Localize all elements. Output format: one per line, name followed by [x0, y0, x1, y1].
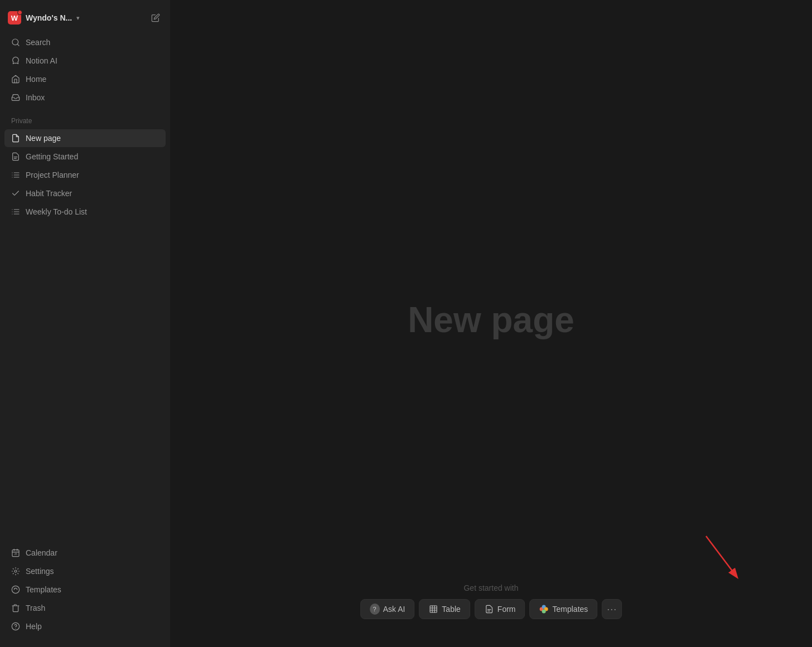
ask-ai-button[interactable]: ? Ask AI	[360, 599, 415, 619]
sidebar-item-getting-started[interactable]: Getting Started	[4, 148, 166, 166]
habit-tracker-label: Habit Tracker	[26, 189, 72, 198]
calendar-icon: 28	[10, 547, 21, 558]
table-label: Table	[442, 605, 460, 614]
get-started-label: Get started with	[463, 583, 518, 592]
templates-label: Templates	[26, 585, 61, 594]
sidebar: W Wyndo's N... ▾ Search Notion AI	[0, 0, 170, 647]
sidebar-item-notion-ai[interactable]: Notion AI	[4, 52, 166, 70]
svg-line-26	[706, 536, 737, 577]
weekly-todo-label: Weekly To-do List	[26, 207, 87, 216]
page-icon	[10, 133, 21, 144]
private-section-label: Private	[0, 109, 170, 127]
table-button[interactable]: Table	[419, 599, 470, 619]
top-nav: Search Notion AI Home Inbox	[0, 31, 170, 109]
notion-ai-label: Notion AI	[26, 56, 57, 65]
svg-line-1	[17, 44, 19, 46]
sidebar-item-templates[interactable]: Templates	[4, 581, 166, 599]
settings-icon	[10, 566, 21, 577]
templates-icon	[10, 584, 21, 595]
sidebar-item-project-planner[interactable]: Project Planner	[4, 166, 166, 184]
workspace-name: Wyndo's N...	[26, 13, 72, 22]
inbox-label: Inbox	[26, 93, 45, 102]
bottom-toolbar: Get started with ? Ask AI Table Form	[360, 583, 622, 619]
templates-button[interactable]: Templates	[530, 599, 598, 619]
help-label: Help	[26, 622, 42, 631]
project-planner-icon	[10, 169, 21, 181]
svg-text:28: 28	[14, 553, 17, 556]
sidebar-item-home[interactable]: Home	[4, 70, 166, 88]
chevron-down-icon: ▾	[76, 14, 80, 22]
ask-ai-icon: ?	[370, 604, 380, 614]
settings-label: Settings	[26, 567, 54, 576]
getting-started-label: Getting Started	[26, 152, 78, 161]
new-page-label: New page	[26, 134, 61, 143]
form-icon	[484, 604, 494, 614]
sidebar-item-calendar[interactable]: 28 Calendar	[4, 544, 166, 562]
templates-toolbar-label: Templates	[553, 605, 588, 614]
doc-icon	[10, 151, 21, 162]
more-icon: ···	[607, 604, 617, 615]
sidebar-item-weekly-todo[interactable]: Weekly To-do List	[4, 203, 166, 221]
edit-icon	[151, 13, 160, 22]
sidebar-item-inbox[interactable]: Inbox	[4, 89, 166, 106]
form-button[interactable]: Form	[475, 599, 525, 619]
sidebar-header: W Wyndo's N... ▾	[0, 7, 170, 29]
notion-ai-icon	[10, 55, 21, 66]
table-icon	[428, 604, 438, 614]
project-planner-label: Project Planner	[26, 171, 79, 179]
calendar-label: Calendar	[26, 548, 57, 557]
form-label: Form	[497, 605, 516, 614]
search-icon	[10, 37, 21, 48]
trash-icon	[10, 602, 21, 614]
search-label: Search	[26, 38, 50, 47]
workspace-info[interactable]: W Wyndo's N... ▾	[8, 11, 80, 25]
home-icon	[10, 74, 21, 85]
toolbar-buttons: ? Ask AI Table Form	[360, 599, 622, 619]
svg-rect-27	[430, 606, 437, 612]
svg-point-22	[12, 586, 19, 593]
workspace-avatar: W	[8, 11, 21, 25]
sidebar-item-habit-tracker[interactable]: Habit Tracker	[4, 184, 166, 202]
main-content: New page Get started with ? Ask AI	[170, 0, 812, 647]
page-title-display: New page	[408, 299, 574, 340]
ask-ai-label: Ask AI	[383, 605, 405, 614]
list-icon	[10, 206, 21, 217]
sidebar-item-help[interactable]: Help	[4, 617, 166, 635]
sidebar-item-new-page[interactable]: New page	[4, 129, 166, 147]
help-icon	[10, 621, 21, 632]
sidebar-item-settings[interactable]: Settings	[4, 562, 166, 580]
sidebar-bottom: 28 Calendar Settings Templates Trash	[0, 539, 170, 640]
sidebar-item-search[interactable]: Search	[4, 33, 166, 51]
trash-label: Trash	[26, 604, 45, 612]
svg-point-21	[14, 570, 17, 572]
checkmark-icon	[10, 188, 21, 199]
more-options-button[interactable]: ···	[602, 599, 622, 619]
svg-point-23	[12, 622, 19, 630]
ask-ai-circle-icon: ?	[370, 604, 380, 615]
pages-nav: New page Getting Started Project Planner…	[0, 127, 170, 223]
new-page-icon-button[interactable]	[148, 10, 163, 26]
templates-color-icon	[539, 604, 549, 614]
sidebar-item-trash[interactable]: Trash	[4, 599, 166, 617]
inbox-icon	[10, 92, 21, 103]
arrow-annotation	[700, 533, 745, 586]
home-label: Home	[26, 75, 46, 84]
svg-point-37	[542, 610, 546, 614]
